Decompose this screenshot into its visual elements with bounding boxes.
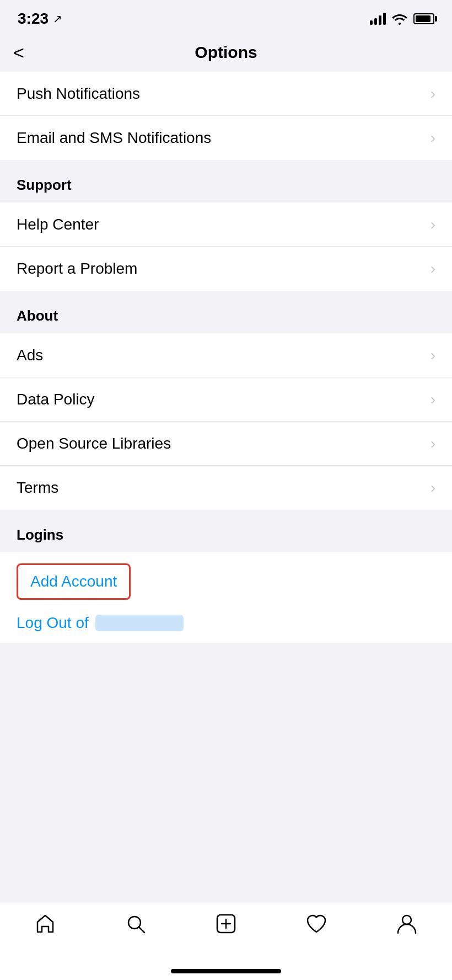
support-header: Support bbox=[0, 160, 452, 203]
report-problem-item[interactable]: Report a Problem › bbox=[0, 247, 452, 291]
add-account-button[interactable]: Add Account bbox=[17, 563, 131, 600]
open-source-libraries-item[interactable]: Open Source Libraries › bbox=[0, 422, 452, 466]
about-items: Ads › Data Policy › Open Source Librarie… bbox=[0, 333, 452, 510]
ads-item[interactable]: Ads › bbox=[0, 333, 452, 377]
plus-square-icon bbox=[214, 912, 238, 935]
terms-item[interactable]: Terms › bbox=[0, 466, 452, 510]
signal-icon bbox=[370, 13, 386, 25]
logins-header: Logins bbox=[0, 510, 452, 552]
back-button[interactable]: < bbox=[13, 42, 24, 63]
support-items: Help Center › Report a Problem › bbox=[0, 203, 452, 291]
status-bar: 3:23 ↗ bbox=[0, 0, 452, 33]
heart-icon bbox=[305, 912, 328, 935]
nav-bar: < Options bbox=[0, 33, 452, 72]
help-center-item[interactable]: Help Center › bbox=[0, 203, 452, 247]
location-arrow-icon: ↗ bbox=[53, 12, 62, 25]
page-title: Options bbox=[195, 43, 257, 62]
tab-bar bbox=[0, 903, 452, 980]
svg-point-5 bbox=[402, 915, 411, 924]
svg-line-1 bbox=[139, 927, 144, 933]
redacted-username bbox=[95, 615, 184, 631]
tab-search[interactable] bbox=[113, 912, 158, 935]
email-sms-notifications-item[interactable]: Email and SMS Notifications › bbox=[0, 116, 452, 160]
about-section: About Ads › Data Policy › Open Source Li… bbox=[0, 291, 452, 510]
home-icon bbox=[34, 912, 57, 935]
search-icon bbox=[124, 912, 147, 935]
status-time: 3:23 ↗ bbox=[18, 10, 62, 28]
person-icon bbox=[395, 912, 418, 935]
notifications-section: Push Notifications › Email and SMS Notif… bbox=[0, 72, 452, 160]
tab-activity[interactable] bbox=[294, 912, 339, 935]
logins-section: Logins Add Account Log Out of bbox=[0, 510, 452, 643]
home-indicator bbox=[171, 969, 281, 973]
logins-content: Add Account Log Out of bbox=[0, 552, 452, 643]
options-list: Push Notifications › Email and SMS Notif… bbox=[0, 72, 452, 643]
tab-home[interactable] bbox=[23, 912, 68, 935]
push-notifications-item[interactable]: Push Notifications › bbox=[0, 72, 452, 116]
status-icons bbox=[370, 13, 434, 25]
battery-icon bbox=[413, 13, 434, 24]
support-section: Support Help Center › Report a Problem › bbox=[0, 160, 452, 291]
tab-profile[interactable] bbox=[384, 912, 429, 935]
data-policy-item[interactable]: Data Policy › bbox=[0, 377, 452, 422]
about-header: About bbox=[0, 291, 452, 333]
wifi-icon bbox=[391, 13, 408, 25]
tab-add[interactable] bbox=[203, 912, 249, 935]
log-out-button[interactable]: Log Out of bbox=[17, 614, 435, 632]
